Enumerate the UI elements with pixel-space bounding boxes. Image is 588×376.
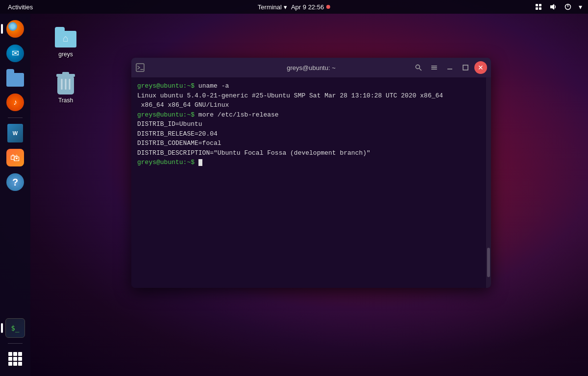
activities-button[interactable]: Activities bbox=[4, 0, 37, 14]
svg-rect-3 bbox=[539, 7, 541, 10]
terminal-menu-button[interactable] bbox=[427, 61, 441, 74]
power-icon[interactable] bbox=[562, 2, 574, 12]
svg-marker-4 bbox=[550, 4, 554, 10]
dock-item-apps-grid[interactable] bbox=[4, 348, 26, 370]
terminal-line-4: greys@ubuntu:~$ more /etc/lsb-release bbox=[137, 110, 485, 120]
terminal-titlebar: greys@ubuntu: ~ bbox=[131, 58, 491, 77]
svg-rect-2 bbox=[536, 7, 538, 10]
terminal-icon: $_ bbox=[5, 318, 25, 338]
dock-bottom: $_ bbox=[4, 317, 26, 370]
dock: ✉ ♪ W 🛍 ? bbox=[0, 14, 30, 376]
terminal-line-7: DISTRIB_CODENAME=focal bbox=[137, 139, 485, 148]
svg-rect-1 bbox=[539, 4, 541, 6]
terminal-line-1: greys@ubuntu:~$ uname -a bbox=[137, 81, 485, 91]
terminal-close-button[interactable]: ✕ bbox=[474, 61, 487, 74]
appstore-icon: 🛍 bbox=[6, 149, 24, 166]
terminal-line-8: DISTRIB_DESCRIPTION="Ubuntu Focal Fossa … bbox=[137, 148, 485, 158]
desktop: Activities Terminal ▾ Apr 9 22:56 bbox=[0, 0, 588, 376]
svg-rect-13 bbox=[431, 69, 437, 70]
topbar-app-name: Terminal bbox=[258, 3, 282, 11]
dock-item-appstore[interactable]: 🛍 bbox=[4, 146, 26, 169]
firefox-icon bbox=[6, 20, 24, 38]
terminal-cursor bbox=[198, 159, 202, 166]
sound-icon[interactable] bbox=[547, 2, 559, 12]
terminal-line-5: DISTRIB_ID=Ubuntu bbox=[137, 119, 485, 129]
system-dropdown-icon[interactable]: ▾ bbox=[577, 2, 584, 12]
trash-icon bbox=[54, 71, 77, 95]
terminal-line-9: greys@ubuntu:~$ bbox=[137, 158, 485, 167]
dock-item-thunderbird[interactable]: ✉ bbox=[4, 42, 26, 65]
help-icon: ? bbox=[6, 173, 24, 191]
terminal-content[interactable]: greys@ubuntu:~$ uname -a Linux ubuntu 5.… bbox=[131, 77, 491, 288]
dock-item-files[interactable] bbox=[4, 67, 26, 89]
terminal-maximize-button[interactable] bbox=[459, 61, 472, 74]
terminal-scrollbar-thumb bbox=[487, 248, 490, 277]
svg-rect-0 bbox=[536, 4, 538, 6]
topbar-datetime[interactable]: Apr 9 22:56 bbox=[291, 3, 330, 11]
svg-point-9 bbox=[416, 65, 420, 69]
home-folder-label: greys bbox=[58, 51, 73, 58]
dock-item-firefox[interactable] bbox=[4, 18, 26, 40]
topbar-left: Activities bbox=[4, 0, 37, 14]
topbar-app-label[interactable]: Terminal ▾ bbox=[258, 3, 287, 11]
thunderbird-icon: ✉ bbox=[6, 45, 24, 62]
terminal-line-3: x86_64 x86_64 GNU/Linux bbox=[137, 100, 485, 110]
dock-item-rhythmbox[interactable]: ♪ bbox=[4, 91, 26, 114]
svg-rect-15 bbox=[463, 65, 468, 70]
topbar: Activities Terminal ▾ Apr 9 22:56 bbox=[0, 0, 588, 14]
dock-item-terminal[interactable]: $_ bbox=[4, 317, 26, 339]
svg-rect-12 bbox=[431, 67, 437, 68]
svg-line-10 bbox=[419, 69, 421, 70]
trash-label: Trash bbox=[58, 97, 73, 104]
topbar-app-dropdown-icon: ▾ bbox=[284, 3, 287, 11]
network-icon[interactable] bbox=[533, 2, 544, 12]
desktop-icon-trash[interactable]: Trash bbox=[46, 70, 85, 106]
rhythmbox-icon: ♪ bbox=[6, 94, 24, 111]
terminal-minimize-button[interactable] bbox=[443, 61, 457, 74]
dock-item-writer[interactable]: W bbox=[4, 122, 26, 144]
titlebar-left bbox=[135, 63, 145, 72]
svg-rect-11 bbox=[431, 66, 437, 67]
terminal-scrollbar[interactable] bbox=[486, 77, 491, 288]
datetime-text: Apr 9 22:56 bbox=[291, 3, 324, 11]
dock-separator bbox=[8, 118, 23, 118]
terminal-window: greys@ubuntu: ~ bbox=[131, 58, 491, 288]
recording-dot-icon bbox=[326, 5, 330, 9]
terminal-line-6: DISTRIB_RELEASE=20.04 bbox=[137, 129, 485, 139]
topbar-center: Terminal ▾ Apr 9 22:56 bbox=[258, 3, 330, 11]
terminal-search-button[interactable] bbox=[412, 61, 425, 74]
terminal-window-title: greys@ubuntu: ~ bbox=[287, 64, 336, 71]
titlebar-terminal-icon bbox=[135, 63, 145, 72]
desktop-icon-home[interactable]: ⌂ greys bbox=[46, 24, 85, 60]
dock-item-help[interactable]: ? bbox=[4, 171, 26, 193]
dock-separator-bottom bbox=[8, 343, 23, 344]
titlebar-controls: ✕ bbox=[412, 61, 487, 74]
home-folder-icon: ⌂ bbox=[54, 25, 77, 49]
apps-grid-icon bbox=[8, 352, 22, 366]
terminal-line-2: Linux ubuntu 5.4.0-21-generic #25-Ubuntu… bbox=[137, 91, 485, 101]
topbar-right: ▾ bbox=[533, 2, 584, 12]
